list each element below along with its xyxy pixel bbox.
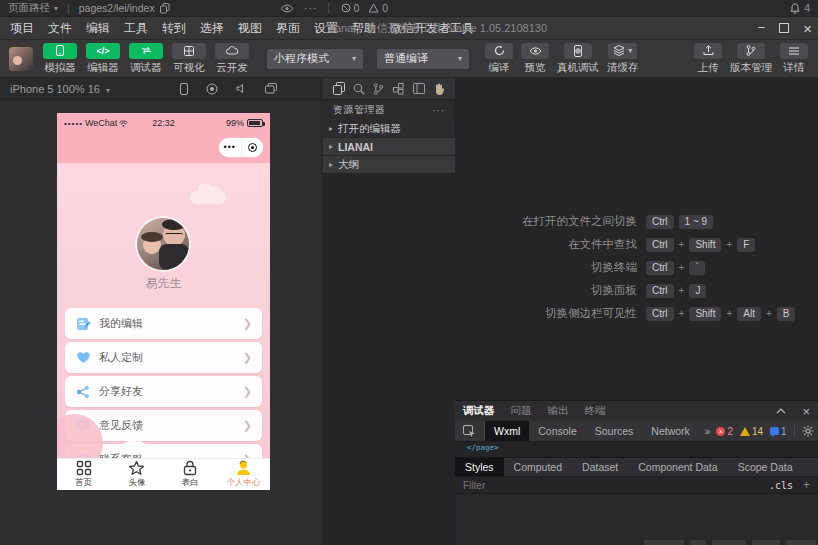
section-project-root[interactable]: ▸ LIANAI [323, 138, 455, 155]
warning-icon [740, 427, 750, 436]
clear-cache-button[interactable]: ▾ 清缓存 [607, 43, 639, 75]
insptab-scope-data[interactable]: Scope Data [728, 458, 803, 476]
extensions-icon[interactable] [393, 83, 405, 95]
menu-edit[interactable]: 编辑 [79, 20, 117, 37]
mode-select[interactable]: 小程序模式 ▾ [267, 49, 363, 69]
hamburger-icon [789, 47, 799, 55]
menu-goto[interactable]: 转到 [155, 20, 193, 37]
menu-item-share[interactable]: 分享好友 ❯ [65, 376, 262, 407]
compile-button[interactable]: 编译 [485, 43, 513, 75]
cloud-dev-button[interactable]: 云开发 [215, 43, 249, 75]
insptab-styles[interactable]: Styles [455, 458, 504, 476]
mini-program-capsule[interactable]: ••• [219, 138, 263, 157]
section-open-editors[interactable]: ▸ 打开的编辑器 [323, 120, 455, 137]
upload-button[interactable]: 上传 [694, 43, 722, 75]
filter-input[interactable] [463, 480, 663, 491]
editor-toggle-button[interactable]: </> 编辑器 [86, 43, 120, 75]
menu-item-customize[interactable]: 私人定制 ❯ [65, 342, 262, 373]
tab-debugger[interactable]: 调试器 [463, 404, 495, 418]
hand-tool-icon[interactable] [433, 83, 445, 95]
rotate-device-icon[interactable] [180, 83, 188, 95]
visual-toggle-button[interactable]: 可视化 [172, 43, 206, 75]
user-avatar[interactable] [9, 47, 33, 71]
profile-avatar[interactable] [137, 218, 189, 270]
copy-icon[interactable] [160, 3, 170, 14]
devtab-network[interactable]: Network [642, 421, 699, 441]
minimize-button[interactable]: − [758, 23, 766, 33]
details-button[interactable]: 详情 [780, 43, 808, 75]
device-selector[interactable]: iPhone 5 100% 16 ▾ [10, 83, 110, 95]
chevron-right-icon: ❯ [243, 317, 252, 330]
person-icon [235, 460, 252, 476]
shortcut-row: 切换面板 Ctrl + J [455, 279, 818, 302]
menu-file[interactable]: 文件 [41, 20, 79, 37]
menu-item-my-edits[interactable]: 我的编辑 ❯ [65, 308, 262, 339]
tab-avatar[interactable]: 头像 [110, 459, 163, 490]
insptab-component-data[interactable]: Component Data [628, 458, 727, 476]
tab-home[interactable]: 首页 [57, 459, 110, 490]
mute-icon[interactable] [236, 83, 247, 94]
popout-icon[interactable] [265, 83, 277, 94]
wxml-tree-view[interactable]: </page> [455, 442, 818, 458]
tab-output[interactable]: 输出 [548, 404, 569, 418]
more-tabs-icon[interactable]: » [699, 426, 717, 437]
swap-arrows-icon [141, 46, 152, 55]
tab-problems[interactable]: 问题 [511, 404, 532, 418]
add-style-icon[interactable]: + [803, 478, 810, 492]
editor-layout-icon[interactable] [413, 83, 425, 94]
tab-confession[interactable]: 表白 [164, 459, 217, 490]
shortcut-row: 在文件中查找 Ctrl + Shift + F [455, 233, 818, 256]
grid-icon [76, 460, 92, 476]
message-badge[interactable]: 1 [770, 426, 787, 437]
tab-terminal[interactable]: 终端 [585, 404, 606, 418]
share-icon [75, 384, 91, 400]
bell-icon[interactable] [790, 3, 800, 14]
keycap: ` [689, 261, 704, 275]
menu-project[interactable]: 项目 [3, 20, 41, 37]
settings-gear-icon[interactable] [794, 425, 818, 437]
compile-mode-select[interactable]: 普通编译 ▾ [377, 49, 469, 69]
tab-personal-center[interactable]: 个人中心 [217, 459, 270, 490]
menu-select[interactable]: 选择 [193, 20, 231, 37]
remote-debug-button[interactable]: 真机调试 [557, 43, 599, 75]
simulator-toggle-button[interactable]: 模拟器 [43, 43, 77, 75]
more-icon[interactable]: ··· [304, 2, 318, 14]
capsule-close-icon[interactable] [242, 143, 264, 152]
inspect-element-icon[interactable] [455, 421, 485, 441]
version-control-button[interactable]: 版本管理 [730, 43, 772, 75]
section-outline[interactable]: ▸ 大纲 [323, 156, 455, 173]
maximize-button[interactable] [779, 23, 789, 33]
capsule-menu-icon[interactable]: ••• [219, 138, 242, 157]
keycap: Shift [689, 307, 721, 321]
error-badge[interactable]: × 2 [716, 426, 733, 437]
insptab-dataset[interactable]: Dataset [572, 458, 628, 476]
record-icon[interactable] [206, 83, 218, 95]
close-button[interactable]: × [803, 20, 812, 37]
git-branch-icon[interactable] [373, 83, 384, 95]
warning-badge[interactable]: 14 [740, 426, 763, 437]
close-panel-icon[interactable]: × [802, 404, 810, 419]
preview-button[interactable]: 预览 [521, 43, 549, 75]
phone-status-bar: ••••• WeChat 22:32 99% [57, 113, 270, 133]
cls-toggle[interactable]: .cls [769, 480, 793, 491]
menu-bar: 项目 文件 编辑 工具 转到 选择 视图 界面 设置 帮助 微信开发者工具 li… [0, 17, 818, 40]
devtab-sources[interactable]: Sources [586, 421, 643, 441]
devtab-console[interactable]: Console [529, 421, 586, 441]
more-actions-icon[interactable]: ··· [432, 105, 445, 116]
menu-view[interactable]: 视图 [231, 20, 269, 37]
keycap: Ctrl [646, 215, 674, 229]
wxml-node[interactable]: </page> [455, 442, 499, 452]
files-icon[interactable] [333, 82, 345, 95]
page-path-dropdown[interactable]: 页面路径 ▾ [8, 1, 58, 15]
menu-tools[interactable]: 工具 [117, 20, 155, 37]
keycap: Alt [737, 307, 761, 321]
insptab-computed[interactable]: Computed [504, 458, 572, 476]
devtab-wxml[interactable]: Wxml [485, 421, 529, 441]
collapse-panel-icon[interactable] [776, 408, 786, 414]
search-icon[interactable] [353, 83, 365, 95]
eye-icon[interactable] [280, 4, 294, 13]
editor-area: 在打开的文件之间切换 Ctrl 1 ~ 9 在文件中查找 Ctrl + Shif… [455, 78, 818, 400]
chevron-right-icon: ▸ [329, 142, 333, 151]
debugger-toggle-button[interactable]: 调试器 [129, 43, 163, 75]
menu-interface[interactable]: 界面 [269, 20, 307, 37]
